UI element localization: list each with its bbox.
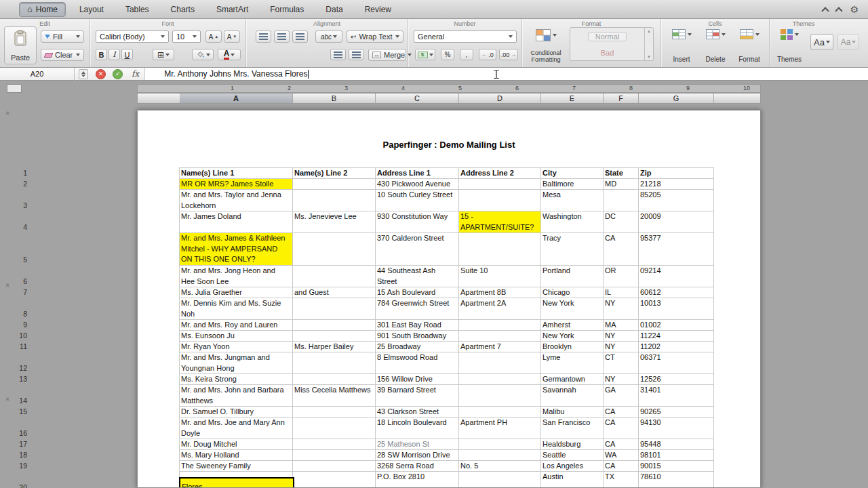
row-header-8[interactable]: 8 (12, 298, 28, 319)
increase-indent-button[interactable] (349, 49, 364, 60)
cell-D19[interactable]: No. 5 (459, 461, 541, 472)
row-header-1[interactable]: 1 (12, 167, 28, 178)
cell-A9[interactable]: Mr. and Mrs. Roy and Lauren Kim (180, 320, 293, 331)
fill-color-button[interactable] (192, 49, 214, 60)
cell-B5[interactable] (293, 233, 376, 266)
cell-D13[interactable] (459, 374, 541, 385)
orientation-button[interactable]: abc (315, 30, 342, 43)
cell-A6[interactable]: Mr. and Mrs. Jong Heon and Hee Soon Lee (180, 266, 293, 287)
cell-B10[interactable] (293, 331, 376, 342)
cell-F5[interactable]: CA (604, 233, 639, 266)
cell-D10[interactable] (459, 331, 541, 342)
cell-D7[interactable]: Apartment 8B (459, 287, 541, 298)
cell-C7[interactable]: 15 Ash Boulevard (376, 287, 459, 298)
cell-E18[interactable]: Seattle (541, 450, 604, 461)
row-header-4[interactable]: 4 (12, 211, 28, 232)
cell-A2[interactable]: MR OR MRS? James Stolle (180, 179, 293, 190)
cell-E1[interactable]: City (541, 168, 604, 179)
cell-F1[interactable]: State (604, 168, 639, 179)
cell-A19[interactable]: The Sweeney Family (180, 461, 293, 472)
cell-F18[interactable]: WA (604, 450, 639, 461)
cell-F8[interactable]: NY (604, 298, 639, 320)
cell-C20[interactable]: P.O. Box 2810 (376, 472, 459, 488)
active-cell-editor[interactable]: Flores (179, 477, 294, 488)
cell-G15[interactable]: 90265 (639, 407, 714, 418)
collapse-ribbon-icon[interactable] (822, 7, 829, 14)
cell-B8[interactable] (293, 298, 376, 320)
cell-G20[interactable]: 78610 (639, 472, 714, 488)
cell-C1[interactable]: Address Line 1 (376, 168, 459, 179)
cell-F12[interactable]: CT (604, 352, 639, 374)
delete-cells-button[interactable]: Delete (701, 26, 730, 64)
cell-G7[interactable]: 60612 (639, 287, 714, 298)
cell-G19[interactable]: 90015 (639, 461, 714, 472)
cell-B13[interactable] (293, 374, 376, 385)
cell-A11[interactable]: Mr. Ryan Yoon (180, 342, 293, 352)
cell-E17[interactable]: Healdsburg (541, 439, 604, 450)
cell-F19[interactable]: CA (604, 461, 639, 472)
shrink-font-button[interactable]: A▼ (224, 30, 240, 43)
cell-E19[interactable]: Los Angeles (541, 461, 604, 472)
cell-B12[interactable] (293, 352, 376, 374)
ribbon-settings-gear-icon[interactable]: ⚙ (850, 5, 859, 14)
wrap-text-button[interactable]: ↩ Wrap Text (347, 30, 403, 43)
row-header-11[interactable]: 11 (12, 341, 28, 352)
cell-E6[interactable]: Portland (541, 266, 604, 287)
currency-button[interactable]: $ (415, 49, 435, 60)
cell-C19[interactable]: 3268 Serra Road (376, 461, 459, 472)
cell-E8[interactable]: New York (541, 298, 604, 320)
cell-D15[interactable] (459, 407, 541, 418)
cell-C15[interactable]: 43 Clarkson Street (376, 407, 459, 418)
cell-G5[interactable]: 95377 (639, 233, 714, 266)
cell-C18[interactable]: 28 SW Morrison Drive (376, 450, 459, 461)
cell-F2[interactable]: MD (604, 179, 639, 190)
tab-layout[interactable]: Layout (71, 2, 112, 17)
cell-E9[interactable]: Amherst (541, 320, 604, 331)
cell-F4[interactable]: DC (604, 211, 639, 233)
cell-E3[interactable]: Mesa (541, 190, 604, 211)
cell-A15[interactable]: Dr. Samuel O. Tillbury (180, 407, 293, 418)
cell-F14[interactable]: GA (604, 385, 639, 407)
cell-C14[interactable]: 39 Barnard Street (376, 385, 459, 407)
column-header-G[interactable]: G (639, 94, 714, 103)
cell-F6[interactable]: OR (604, 266, 639, 287)
grow-font-button[interactable]: A▲ (205, 30, 222, 43)
cell-F16[interactable]: CA (604, 418, 639, 439)
row-header-18[interactable]: 18 (12, 449, 28, 460)
cell-E10[interactable]: New York (541, 331, 604, 342)
format-cells-button[interactable]: Format (734, 26, 764, 64)
font-name-select[interactable]: Calibri (Body) (96, 30, 169, 43)
number-format-select[interactable]: General (414, 30, 517, 43)
row-header-14[interactable]: 14 (12, 384, 28, 406)
cell-G1[interactable]: Zip (639, 168, 714, 179)
cell-F13[interactable]: NY (604, 374, 639, 385)
style-bad[interactable]: Bad (601, 49, 614, 57)
cell-E11[interactable]: Brooklyn (541, 342, 604, 352)
cell-A13[interactable]: Ms. Keira Strong (180, 374, 293, 385)
cell-B16[interactable] (293, 418, 376, 439)
cell-C16[interactable]: 18 Lincoln Boulevard (376, 418, 459, 439)
cell-A1[interactable]: Name(s) Line 1 (180, 168, 293, 179)
cell-C11[interactable]: 25 Broadway (376, 342, 459, 352)
paste-button[interactable]: Paste (4, 26, 37, 64)
cell-D3[interactable] (459, 190, 541, 211)
cell-C13[interactable]: 156 Willow Drive (376, 374, 459, 385)
cell-B15[interactable] (293, 407, 376, 418)
clear-button[interactable]: Clear (41, 49, 84, 61)
cell-G10[interactable]: 11224 (639, 331, 714, 342)
row-header-10[interactable]: 10 (12, 330, 28, 341)
cell-F15[interactable]: CA (604, 407, 639, 418)
collapse-ribbon-icon-2[interactable] (835, 7, 843, 14)
cell-A4[interactable]: Mr. James Doland (180, 211, 293, 233)
cell-G17[interactable]: 95448 (639, 439, 714, 450)
cell-A8[interactable]: Mr. Dennis Kim and Ms. Suzie Noh (180, 298, 293, 320)
themes-button[interactable]: Themes (774, 26, 805, 64)
cell-F9[interactable]: MA (604, 320, 639, 331)
underline-button[interactable]: U (121, 49, 133, 60)
cell-D18[interactable] (459, 450, 541, 461)
tab-data[interactable]: Data (317, 2, 351, 17)
cell-E20[interactable]: Austin (541, 472, 604, 488)
column-header-D[interactable]: D (459, 94, 541, 103)
cell-reference-box[interactable]: A20 (0, 68, 75, 81)
bold-button[interactable]: B (96, 49, 107, 60)
